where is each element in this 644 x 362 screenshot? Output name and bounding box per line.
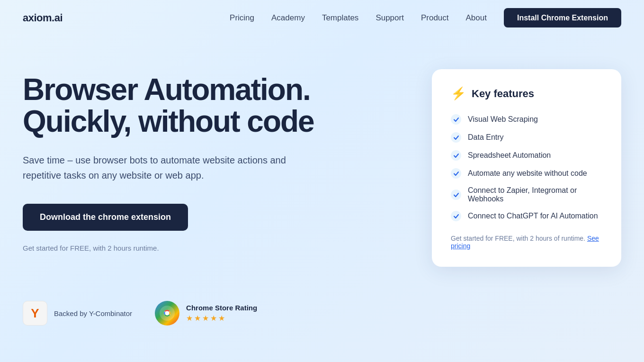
free-runtime-text: Get started for FREE, with 2 hours runti…	[23, 244, 364, 252]
download-extension-button[interactable]: Download the chrome extension	[23, 204, 188, 231]
badges-section: Y Backed by Y-Combinator Chrome Store Ra…	[0, 278, 644, 326]
check-icon-4	[451, 168, 461, 179]
lightning-icon: ⚡	[451, 86, 466, 101]
install-extension-button[interactable]: Install Chrome Extension	[504, 8, 621, 27]
chrome-store-badge: Chrome Store Rating ★ ★ ★ ★ ★	[155, 301, 257, 326]
nav-item-templates[interactable]: Templates	[322, 13, 358, 22]
star-3: ★	[202, 314, 209, 323]
check-icon-5	[451, 190, 461, 200]
yc-icon: Y	[23, 301, 47, 326]
hero-subtext: Save time – use browser bots to automate…	[23, 153, 297, 183]
star-1: ★	[186, 314, 193, 323]
feature-label-2: Data Entry	[468, 133, 504, 142]
feature-item-spreadsheet-automation: Spreadsheet Automation	[451, 150, 602, 161]
feature-card-title: ⚡ Key features	[451, 86, 602, 101]
feature-item-visual-web-scraping: Visual Web Scraping	[451, 114, 602, 125]
headline-line2: Quickly, without code	[23, 104, 314, 138]
logo[interactable]: axiom.ai	[23, 12, 63, 24]
main-content: Browser Automation. Quickly, without cod…	[0, 36, 644, 267]
nav-item-pricing[interactable]: Pricing	[230, 13, 254, 22]
nav-item-support[interactable]: Support	[376, 13, 404, 22]
feature-card: ⚡ Key features Visual Web Scraping Data …	[432, 69, 621, 267]
chrome-store-icon	[155, 301, 179, 326]
star-rating: ★ ★ ★ ★ ★	[186, 314, 257, 323]
check-icon-3	[451, 150, 461, 161]
nav-links: Pricing Academy Templates Support Produc…	[230, 13, 621, 23]
feature-item-connect-zapier: Connect to Zapier, Integromat or Webhook…	[451, 186, 602, 203]
yc-letter: Y	[31, 306, 39, 321]
feature-item-automate-any-website: Automate any website without code	[451, 168, 602, 179]
star-5: ★	[218, 314, 225, 323]
hero-section: Browser Automation. Quickly, without cod…	[23, 64, 364, 252]
feature-item-connect-chatgpt: Connect to ChatGPT for AI Automation	[451, 211, 602, 221]
headline-line1: Browser Automation.	[23, 72, 310, 107]
feature-label-6: Connect to ChatGPT for AI Automation	[468, 212, 598, 220]
feature-item-data-entry: Data Entry	[451, 132, 602, 143]
chrome-store-info: Chrome Store Rating ★ ★ ★ ★ ★	[186, 304, 257, 323]
feature-label-3: Spreadsheet Automation	[468, 151, 551, 160]
yc-badge: Y Backed by Y-Combinator	[23, 301, 132, 326]
feature-list: Visual Web Scraping Data Entry Spreadshe…	[451, 114, 602, 221]
hero-headline: Browser Automation. Quickly, without cod…	[23, 74, 364, 137]
features-title: Key features	[472, 88, 534, 100]
feature-label-5: Connect to Zapier, Integromat or Webhook…	[468, 186, 602, 203]
feature-footer-text: Get started for FREE, with 2 hours of ru…	[451, 235, 585, 242]
feature-label-4: Automate any website without code	[468, 169, 587, 178]
chrome-store-label: Chrome Store Rating	[186, 304, 257, 312]
yc-label: Backed by Y-Combinator	[54, 309, 132, 317]
nav-item-academy[interactable]: Academy	[271, 13, 305, 22]
star-2: ★	[194, 314, 201, 323]
check-icon-1	[451, 114, 461, 125]
nav-item-product[interactable]: Product	[421, 13, 449, 22]
nav-item-about[interactable]: About	[466, 13, 487, 22]
star-4: ★	[210, 314, 217, 323]
svg-point-2	[165, 311, 170, 316]
navbar: axiom.ai Pricing Academy Templates Suppo…	[0, 0, 644, 36]
check-icon-2	[451, 132, 461, 143]
feature-card-footer: Get started for FREE, with 2 hours of ru…	[451, 235, 602, 250]
check-icon-6	[451, 211, 461, 221]
feature-label-1: Visual Web Scraping	[468, 115, 538, 124]
